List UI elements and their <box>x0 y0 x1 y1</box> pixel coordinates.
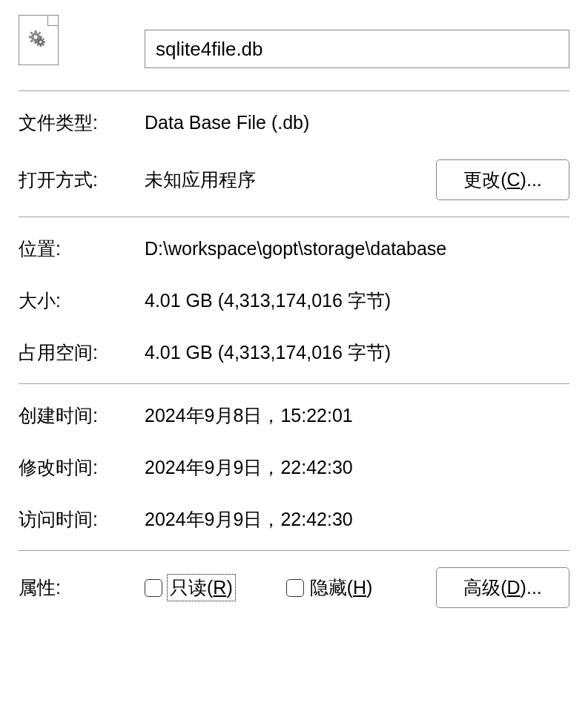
gears-icon <box>27 29 50 51</box>
section-times: 创建时间: 2024年9月8日，15:22:01 修改时间: 2024年9月9日… <box>19 400 569 550</box>
row-accessed: 访问时间: 2024年9月9日，22:42:30 <box>19 504 569 534</box>
advanced-button-accel: D <box>507 577 521 598</box>
divider <box>19 217 569 217</box>
accessed-value: 2024年9月9日，22:42:30 <box>145 507 569 532</box>
svg-rect-11 <box>40 37 42 39</box>
hidden-checkbox[interactable]: 隐藏(H) <box>286 575 373 600</box>
open-with-label: 打开方式: <box>19 168 145 192</box>
row-size-on-disk: 占用空间: 4.01 GB (4,313,174,016 字节) <box>19 337 569 367</box>
header-row <box>19 15 569 90</box>
advanced-button-prefix: 高级( <box>463 577 506 598</box>
row-file-type: 文件类型: Data Base File (.db) <box>19 108 569 137</box>
divider <box>19 383 569 384</box>
row-created: 创建时间: 2024年9月8日，15:22:01 <box>19 400 569 430</box>
hidden-checkbox-label: 隐藏(H) <box>310 575 373 600</box>
row-attributes: 属性: 只读(R) 隐藏(H) 高级(D)... <box>19 567 569 608</box>
svg-rect-13 <box>36 42 38 43</box>
change-button-suffix: )... <box>521 169 542 190</box>
section-type: 文件类型: Data Base File (.db) 打开方式: 未知应用程序 … <box>19 108 569 217</box>
created-label: 创建时间: <box>19 403 145 428</box>
svg-point-9 <box>34 36 38 39</box>
change-button-prefix: 更改( <box>463 169 506 190</box>
size-label: 大小: <box>19 288 145 313</box>
file-icon-wrap <box>19 15 145 65</box>
divider <box>19 550 569 551</box>
svg-rect-14 <box>43 42 45 43</box>
divider <box>19 90 569 91</box>
size-value: 4.01 GB (4,313,174,016 字节) <box>145 288 569 313</box>
open-with-value: 未知应用程序 <box>145 168 436 192</box>
modified-label: 修改时间: <box>19 455 145 480</box>
accessed-label: 访问时间: <box>19 507 145 532</box>
filename-input[interactable] <box>145 30 569 68</box>
svg-point-19 <box>39 41 42 44</box>
attributes-label: 属性: <box>19 575 145 600</box>
row-location: 位置: D:\workspace\gopt\storage\database <box>19 234 569 263</box>
row-size: 大小: 4.01 GB (4,313,174,016 字节) <box>19 285 569 315</box>
svg-rect-12 <box>40 44 42 47</box>
advanced-button-suffix: )... <box>521 577 542 598</box>
readonly-checkbox[interactable]: 只读(R) <box>145 575 234 600</box>
file-type-value: Data Base File (.db) <box>145 112 569 133</box>
modified-value: 2024年9月9日，22:42:30 <box>145 455 569 480</box>
location-value: D:\workspace\gopt\storage\database <box>145 238 569 260</box>
size-on-disk-value: 4.01 GB (4,313,174,016 字节) <box>145 340 569 365</box>
svg-rect-1 <box>35 30 37 33</box>
attributes-checks: 只读(R) 隐藏(H) <box>145 575 436 600</box>
checkbox-icon <box>286 579 304 597</box>
change-button[interactable]: 更改(C)... <box>436 159 569 200</box>
row-open-with: 打开方式: 未知应用程序 更改(C)... <box>19 159 569 200</box>
location-label: 位置: <box>19 237 145 261</box>
advanced-button[interactable]: 高级(D)... <box>436 567 569 608</box>
change-button-accel: C <box>507 169 521 190</box>
size-on-disk-label: 占用空间: <box>19 340 145 365</box>
checkbox-icon <box>145 579 162 597</box>
file-type-icon <box>19 15 59 65</box>
created-value: 2024年9月8日，15:22:01 <box>145 403 569 428</box>
row-modified: 修改时间: 2024年9月9日，22:42:30 <box>19 452 569 482</box>
file-type-label: 文件类型: <box>19 110 145 135</box>
section-attributes: 属性: 只读(R) 隐藏(H) 高级(D)... <box>19 567 569 624</box>
section-size: 位置: D:\workspace\gopt\storage\database 大… <box>19 234 569 383</box>
svg-rect-3 <box>29 36 32 39</box>
readonly-checkbox-label: 只读(R) <box>168 575 234 600</box>
